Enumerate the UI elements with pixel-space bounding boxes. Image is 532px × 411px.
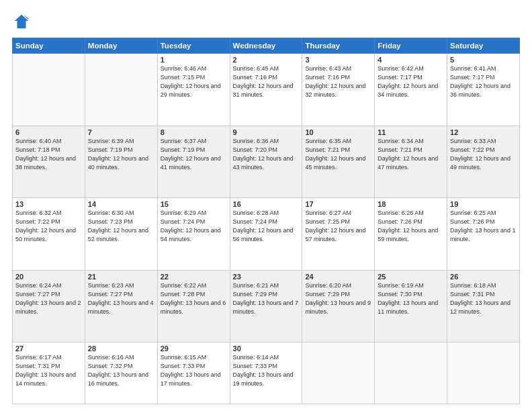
- day-number: 23: [233, 273, 300, 281]
- day-info: Sunrise: 6:19 AM Sunset: 7:30 PM Dayligh…: [378, 281, 444, 316]
- day-number: 30: [233, 345, 300, 353]
- calendar-week-row: 6Sunrise: 6:40 AM Sunset: 7:18 PM Daylig…: [13, 126, 520, 198]
- calendar-week-row: 1Sunrise: 6:46 AM Sunset: 7:15 PM Daylig…: [13, 54, 520, 126]
- day-number: 10: [305, 128, 371, 136]
- calendar-cell: 23Sunrise: 6:21 AM Sunset: 7:29 PM Dayli…: [230, 270, 302, 342]
- calendar-cell: 13Sunrise: 6:32 AM Sunset: 7:22 PM Dayli…: [13, 198, 85, 271]
- calendar-cell: [375, 342, 447, 404]
- calendar-cell: 6Sunrise: 6:40 AM Sunset: 7:18 PM Daylig…: [13, 126, 85, 198]
- day-number: 28: [88, 345, 154, 353]
- day-info: Sunrise: 6:36 AM Sunset: 7:20 PM Dayligh…: [233, 137, 300, 172]
- day-info: Sunrise: 6:32 AM Sunset: 7:22 PM Dayligh…: [15, 209, 82, 244]
- day-info: Sunrise: 6:41 AM Sunset: 7:17 PM Dayligh…: [450, 64, 517, 99]
- calendar-cell: 15Sunrise: 6:29 AM Sunset: 7:24 PM Dayli…: [157, 198, 230, 271]
- calendar-cell: 9Sunrise: 6:36 AM Sunset: 7:20 PM Daylig…: [230, 126, 302, 198]
- day-number: 6: [15, 128, 82, 136]
- weekday-header-sunday: Sunday: [13, 38, 85, 54]
- day-info: Sunrise: 6:25 AM Sunset: 7:26 PM Dayligh…: [450, 209, 517, 244]
- day-number: 7: [88, 128, 154, 136]
- calendar-cell: 7Sunrise: 6:39 AM Sunset: 7:19 PM Daylig…: [85, 126, 157, 198]
- day-info: Sunrise: 6:45 AM Sunset: 7:16 PM Dayligh…: [233, 64, 300, 99]
- header: [12, 12, 520, 31]
- calendar-cell: 25Sunrise: 6:19 AM Sunset: 7:30 PM Dayli…: [375, 270, 447, 342]
- calendar-cell: 10Sunrise: 6:35 AM Sunset: 7:21 PM Dayli…: [302, 126, 375, 198]
- calendar-cell: 30Sunrise: 6:14 AM Sunset: 7:33 PM Dayli…: [230, 342, 302, 404]
- weekday-header-friday: Friday: [375, 38, 447, 54]
- day-number: 9: [233, 128, 300, 136]
- day-number: 19: [450, 200, 517, 208]
- calendar-cell: 24Sunrise: 6:20 AM Sunset: 7:29 PM Dayli…: [302, 270, 375, 342]
- page: SundayMondayTuesdayWednesdayThursdayFrid…: [0, 0, 532, 411]
- day-number: 11: [378, 128, 444, 136]
- logo: [12, 12, 34, 31]
- day-info: Sunrise: 6:29 AM Sunset: 7:24 PM Dayligh…: [161, 209, 227, 244]
- calendar-cell: 8Sunrise: 6:37 AM Sunset: 7:19 PM Daylig…: [157, 126, 230, 198]
- day-info: Sunrise: 6:17 AM Sunset: 7:31 PM Dayligh…: [15, 353, 82, 388]
- day-number: 2: [233, 56, 300, 64]
- day-number: 5: [450, 56, 517, 64]
- weekday-header-saturday: Saturday: [447, 38, 520, 54]
- day-number: 22: [161, 273, 227, 281]
- day-info: Sunrise: 6:30 AM Sunset: 7:23 PM Dayligh…: [88, 209, 154, 244]
- day-info: Sunrise: 6:37 AM Sunset: 7:19 PM Dayligh…: [161, 137, 227, 172]
- calendar-week-row: 27Sunrise: 6:17 AM Sunset: 7:31 PM Dayli…: [13, 342, 520, 404]
- calendar-cell: 27Sunrise: 6:17 AM Sunset: 7:31 PM Dayli…: [13, 342, 85, 404]
- day-info: Sunrise: 6:27 AM Sunset: 7:25 PM Dayligh…: [305, 209, 371, 244]
- calendar-cell: 12Sunrise: 6:33 AM Sunset: 7:22 PM Dayli…: [447, 126, 520, 198]
- day-info: Sunrise: 6:35 AM Sunset: 7:21 PM Dayligh…: [305, 137, 371, 172]
- day-info: Sunrise: 6:39 AM Sunset: 7:19 PM Dayligh…: [88, 137, 154, 172]
- day-number: 27: [15, 345, 82, 353]
- day-info: Sunrise: 6:20 AM Sunset: 7:29 PM Dayligh…: [305, 281, 371, 316]
- calendar-cell: 2Sunrise: 6:45 AM Sunset: 7:16 PM Daylig…: [230, 54, 302, 126]
- calendar-cell: 11Sunrise: 6:34 AM Sunset: 7:21 PM Dayli…: [375, 126, 447, 198]
- day-number: 14: [88, 200, 154, 208]
- day-number: 15: [161, 200, 227, 208]
- calendar-cell: 19Sunrise: 6:25 AM Sunset: 7:26 PM Dayli…: [447, 198, 520, 271]
- calendar-cell: 4Sunrise: 6:42 AM Sunset: 7:17 PM Daylig…: [375, 54, 447, 126]
- calendar-week-row: 20Sunrise: 6:24 AM Sunset: 7:27 PM Dayli…: [13, 270, 520, 342]
- day-number: 4: [378, 56, 444, 64]
- day-number: 26: [450, 273, 517, 281]
- day-info: Sunrise: 6:18 AM Sunset: 7:31 PM Dayligh…: [450, 281, 517, 316]
- calendar-cell: 18Sunrise: 6:26 AM Sunset: 7:26 PM Dayli…: [375, 198, 447, 271]
- weekday-header-thursday: Thursday: [302, 38, 375, 54]
- weekday-header-wednesday: Wednesday: [230, 38, 302, 54]
- day-number: 29: [161, 345, 227, 353]
- day-number: 8: [161, 128, 227, 136]
- calendar-cell: [302, 342, 375, 404]
- day-info: Sunrise: 6:22 AM Sunset: 7:28 PM Dayligh…: [161, 281, 227, 316]
- calendar-cell: 21Sunrise: 6:23 AM Sunset: 7:27 PM Dayli…: [85, 270, 157, 342]
- calendar-cell: 20Sunrise: 6:24 AM Sunset: 7:27 PM Dayli…: [13, 270, 85, 342]
- day-number: 3: [305, 56, 371, 64]
- day-info: Sunrise: 6:40 AM Sunset: 7:18 PM Dayligh…: [15, 137, 82, 172]
- day-number: 16: [233, 200, 300, 208]
- day-info: Sunrise: 6:34 AM Sunset: 7:21 PM Dayligh…: [378, 137, 444, 172]
- day-info: Sunrise: 6:28 AM Sunset: 7:24 PM Dayligh…: [233, 209, 300, 244]
- day-number: 20: [15, 273, 82, 281]
- day-info: Sunrise: 6:33 AM Sunset: 7:22 PM Dayligh…: [450, 137, 517, 172]
- calendar-table: SundayMondayTuesdayWednesdayThursdayFrid…: [12, 38, 520, 404]
- day-number: 25: [378, 273, 444, 281]
- calendar-cell: [13, 54, 85, 126]
- day-info: Sunrise: 6:26 AM Sunset: 7:26 PM Dayligh…: [378, 209, 444, 244]
- day-info: Sunrise: 6:14 AM Sunset: 7:33 PM Dayligh…: [233, 353, 300, 388]
- calendar-cell: [447, 342, 520, 404]
- day-number: 21: [88, 273, 154, 281]
- logo-icon: [12, 12, 31, 31]
- day-info: Sunrise: 6:15 AM Sunset: 7:33 PM Dayligh…: [161, 353, 227, 388]
- day-number: 18: [378, 200, 444, 208]
- calendar-cell: 1Sunrise: 6:46 AM Sunset: 7:15 PM Daylig…: [157, 54, 230, 126]
- day-info: Sunrise: 6:16 AM Sunset: 7:32 PM Dayligh…: [88, 353, 154, 388]
- calendar-cell: 22Sunrise: 6:22 AM Sunset: 7:28 PM Dayli…: [157, 270, 230, 342]
- day-number: 24: [305, 273, 371, 281]
- day-info: Sunrise: 6:23 AM Sunset: 7:27 PM Dayligh…: [88, 281, 154, 316]
- day-info: Sunrise: 6:43 AM Sunset: 7:16 PM Dayligh…: [305, 64, 371, 99]
- calendar-cell: 3Sunrise: 6:43 AM Sunset: 7:16 PM Daylig…: [302, 54, 375, 126]
- weekday-header-tuesday: Tuesday: [157, 38, 230, 54]
- weekday-header-monday: Monday: [85, 38, 157, 54]
- calendar-cell: [85, 54, 157, 126]
- calendar-cell: 17Sunrise: 6:27 AM Sunset: 7:25 PM Dayli…: [302, 198, 375, 271]
- calendar-cell: 28Sunrise: 6:16 AM Sunset: 7:32 PM Dayli…: [85, 342, 157, 404]
- calendar-cell: 5Sunrise: 6:41 AM Sunset: 7:17 PM Daylig…: [447, 54, 520, 126]
- day-info: Sunrise: 6:24 AM Sunset: 7:27 PM Dayligh…: [15, 281, 82, 316]
